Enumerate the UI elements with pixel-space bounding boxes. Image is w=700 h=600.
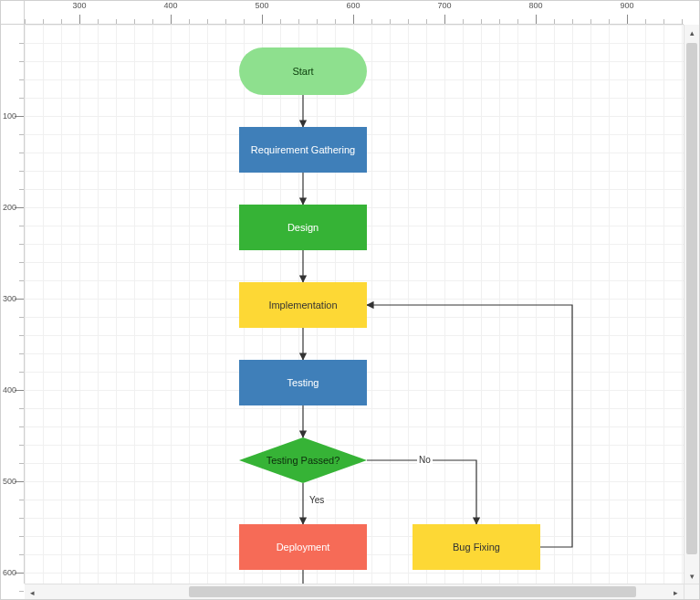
node-testing[interactable]: Testing	[239, 360, 367, 405]
ruler-h-tick-label: 600	[346, 1, 360, 10]
node-start[interactable]: Start	[239, 47, 367, 95]
node-bugfix[interactable]: Bug Fixing	[413, 524, 540, 570]
ruler-h-tick-label: 500	[255, 1, 268, 10]
node-design[interactable]: Design	[239, 205, 367, 250]
scroll-right-button[interactable]: ▸	[668, 584, 684, 600]
diagram-surface[interactable]: 300400500600700800900 100200300400500600…	[0, 0, 700, 600]
node-req[interactable]: Requirement Gathering	[239, 127, 367, 173]
horizontal-scrollbar[interactable]: ◂ ▸	[25, 584, 684, 599]
node-decision[interactable]: Testing Passed?	[239, 437, 367, 483]
node-impl[interactable]: Implementation	[239, 282, 367, 328]
canvas-viewport[interactable]: StartRequirement GatheringDesignImplemen…	[25, 25, 684, 584]
scroll-left-button[interactable]: ◂	[25, 584, 40, 600]
node-label: Testing	[287, 377, 319, 388]
horizontal-scroll-thumb[interactable]	[189, 586, 636, 597]
node-label: Requirement Gathering	[251, 144, 355, 155]
node-label: Start	[292, 66, 313, 77]
ruler-vertical[interactable]: 100200300400500600	[1, 25, 25, 584]
ruler-v-tick-label: 600	[3, 568, 16, 577]
ruler-h-tick-label: 800	[528, 1, 542, 10]
node-label: Testing Passed?	[266, 455, 340, 466]
scroll-up-button[interactable]: ▴	[684, 25, 700, 40]
ruler-v-tick-label: 500	[3, 477, 16, 486]
node-label: Design	[287, 222, 319, 233]
edge-label-yes: Yes	[308, 495, 326, 505]
scrollbar-corner	[684, 584, 699, 599]
edge-label-no: No	[417, 455, 433, 465]
ruler-h-tick-label: 700	[437, 1, 451, 10]
ruler-h-tick-label: 900	[620, 1, 633, 10]
node-label: Deployment	[277, 542, 330, 553]
ruler-v-tick-label: 100	[3, 111, 16, 121]
scroll-down-button[interactable]: ▾	[684, 568, 700, 584]
ruler-corner	[1, 1, 25, 25]
ruler-v-tick-label: 300	[3, 294, 16, 303]
ruler-h-tick-label: 300	[72, 1, 86, 10]
ruler-v-tick-label: 400	[3, 385, 16, 395]
ruler-v-tick-label: 200	[3, 203, 16, 212]
ruler-h-tick-label: 400	[163, 1, 177, 10]
ruler-horizontal[interactable]: 300400500600700800900	[25, 1, 684, 25]
vertical-scroll-thumb[interactable]	[686, 43, 697, 554]
node-label: Implementation	[268, 300, 337, 311]
vertical-scrollbar[interactable]: ▴ ▾	[684, 25, 699, 584]
node-label: Bug Fixing	[453, 542, 500, 553]
node-deploy[interactable]: Deployment	[239, 524, 367, 570]
